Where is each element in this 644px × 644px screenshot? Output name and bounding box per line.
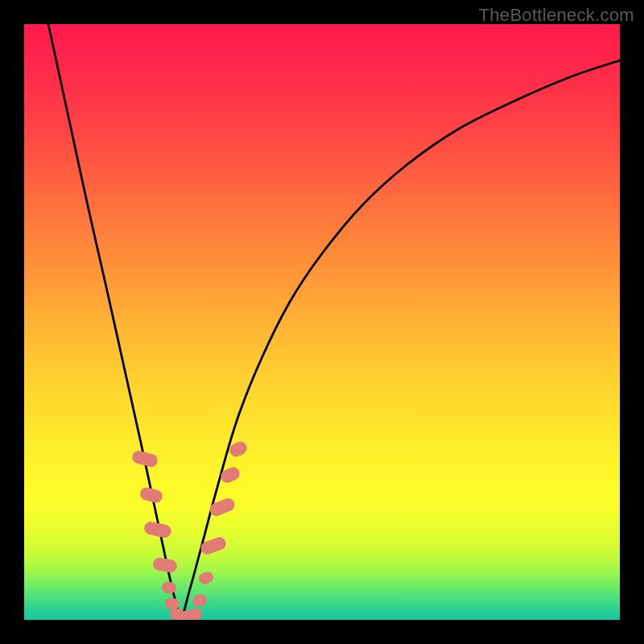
marker xyxy=(138,486,163,505)
marker xyxy=(161,581,177,594)
chart-svg xyxy=(24,24,620,620)
marker xyxy=(152,557,178,574)
plot-area xyxy=(24,24,620,620)
watermark-text: TheBottleneck.com xyxy=(479,5,634,26)
marker xyxy=(208,497,237,518)
marker xyxy=(143,521,173,539)
marker xyxy=(188,609,202,620)
marker xyxy=(197,570,215,585)
marker xyxy=(191,593,208,609)
main-curve xyxy=(48,24,620,616)
